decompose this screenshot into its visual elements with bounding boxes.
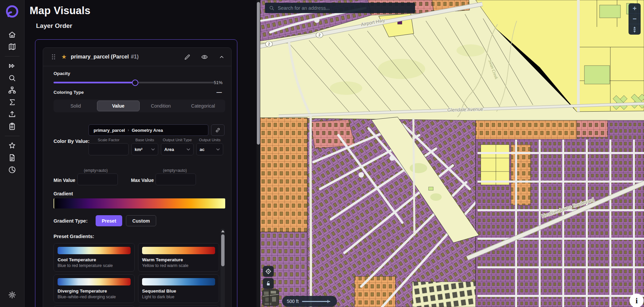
map-canvas[interactable]: 2 2 Airport Hwy Glendale Avenue Heatherd… (260, 0, 644, 307)
scale-factor-label: Scale Factor (98, 138, 120, 142)
coloring-type-label: Coloring Type (54, 90, 84, 95)
coloring-collapse-minus[interactable]: — (216, 91, 222, 94)
output-unit-type-select[interactable]: Area (161, 143, 194, 155)
rail-divider (5, 56, 20, 56)
map-zoom-controls: + − (629, 3, 641, 35)
layer-title: primary_parcel (Parcel#1) (71, 54, 139, 60)
sidebar-item-documents[interactable] (5, 152, 20, 164)
panel-scrollbar-thumb[interactable] (257, 2, 260, 145)
southeast-subdivision (476, 120, 644, 307)
preset-gradient-swatch (58, 278, 131, 285)
search-icon (8, 74, 16, 82)
map-visuals-panel: Map Visuals Layer Order ★ primary_parcel… (25, 0, 257, 307)
locate-button[interactable] (263, 266, 274, 277)
tab-solid[interactable]: Solid (55, 101, 97, 111)
base-units-select[interactable]: km² (131, 143, 158, 155)
sidebar-item-search[interactable] (5, 72, 20, 84)
attribution-info-button[interactable]: i (630, 294, 644, 307)
tab-value[interactable]: Value (97, 101, 140, 111)
chevron-down-icon (187, 148, 190, 151)
opacity-label: Opacity (54, 71, 225, 76)
layer-header[interactable]: ★ primary_parcel (Parcel#1) (43, 48, 231, 66)
sidebar-item-forms[interactable] (5, 120, 20, 132)
sidebar-item-upload[interactable] (5, 108, 20, 120)
home-icon (8, 30, 16, 39)
clipboard-icon (8, 122, 16, 131)
upload-icon (8, 110, 16, 119)
sidebar-item-analytics[interactable] (5, 164, 20, 176)
rail-divider (5, 136, 20, 136)
min-auto-hint: (empty=auto) (84, 168, 108, 173)
search-input[interactable] (278, 5, 411, 11)
pitch-toggle-button[interactable] (629, 24, 641, 35)
gradient-type-custom-button[interactable]: Custom (126, 215, 156, 226)
min-value-input[interactable] (78, 174, 117, 185)
favorite-star-icon[interactable]: ★ (61, 53, 67, 61)
link-icon (215, 127, 221, 133)
preset-list-scrollbar[interactable] (221, 229, 225, 307)
chevron-down-icon (216, 148, 220, 151)
sidebar-item-aggregate[interactable] (5, 96, 20, 108)
sidebar-item-maps[interactable] (5, 41, 20, 53)
opacity-slider[interactable] (54, 82, 214, 83)
tab-condition[interactable]: Condition (140, 101, 182, 111)
sidebar-rail (0, 0, 25, 307)
visibility-eye-icon[interactable] (201, 53, 208, 61)
scale-label: 500 ft (287, 299, 299, 304)
gradient-type-preset-button[interactable]: Preset (96, 215, 122, 226)
preset-gradient-swatch (142, 278, 215, 285)
scroll-up-arrow[interactable] (221, 230, 225, 232)
gradient-type-label: Gradient Type: (54, 218, 88, 224)
tab-categorical[interactable]: Categorical (182, 101, 225, 111)
preset-sequential-green[interactable]: Sequential Green (54, 306, 135, 307)
sidebar-item-settings[interactable] (5, 289, 20, 301)
opacity-slider-thumb[interactable] (132, 79, 138, 86)
output-units-select[interactable]: ac (196, 143, 223, 155)
address-search-bar (265, 3, 415, 13)
scale-line (302, 301, 330, 302)
document-icon (8, 153, 16, 162)
gear-icon (8, 291, 16, 299)
output-unit-type-label: Output Unit Type (163, 138, 192, 142)
sidebar-item-hierarchy[interactable] (5, 84, 20, 96)
sidebar-item-forward[interactable] (5, 60, 20, 72)
preset-diverging-temperature[interactable]: Diverging Temperature Blue–white–red div… (54, 274, 135, 303)
preset-sequential-blue[interactable]: Sequential Blue Light to dark blue (138, 274, 219, 303)
scale-factor-input[interactable] (92, 147, 125, 152)
preset-gradient-swatch (142, 247, 215, 254)
basemap-switcher[interactable] (262, 289, 279, 306)
preset-sequential-red[interactable]: Sequential Red (138, 306, 219, 307)
value-field-breadcrumb[interactable]: primary_parcel › Geometry Area (89, 124, 208, 136)
panel-scrollbar[interactable] (257, 0, 260, 307)
pie-chart-icon (8, 165, 16, 174)
preset-gradient-grid: Cool Temperature Blue to red temperature… (54, 243, 219, 307)
gradient-preview-bar[interactable] (54, 198, 225, 208)
pitch-arrows-icon (632, 26, 637, 33)
max-auto-hint: (empty=auto) (163, 168, 187, 173)
svg-text:2: 2 (318, 33, 320, 37)
drag-handle-icon[interactable] (50, 53, 57, 60)
page-title: Map Visuals (30, 5, 91, 17)
sidebar-item-home[interactable] (5, 29, 20, 41)
satellite-thumbnail (263, 290, 279, 306)
gray-house-rows (412, 282, 476, 307)
preset-warm-temperature[interactable]: Warm Temperature Yellow to red warm scal… (138, 243, 219, 272)
collapse-chevron-up-icon[interactable] (218, 53, 225, 61)
edit-pencil-icon[interactable] (184, 53, 191, 61)
search-icon (269, 5, 274, 11)
street-label-glendale: Glendale Avenue (447, 106, 483, 113)
max-value-input[interactable] (156, 174, 196, 185)
preset-cool-temperature[interactable]: Cool Temperature Blue to red temperature… (54, 243, 135, 272)
output-units-label: Output Units (199, 138, 221, 142)
zoom-in-button[interactable]: + (629, 3, 641, 14)
app-logo[interactable] (4, 4, 20, 20)
lock-button[interactable] (263, 278, 274, 289)
scrollbar-thumb[interactable] (221, 234, 225, 266)
unlock-icon (265, 280, 271, 286)
zoom-out-button[interactable]: − (629, 14, 641, 24)
map-scale-bar: 500 ft (282, 296, 337, 307)
coloring-type-tabs: Solid Value Condition Categorical (54, 100, 225, 112)
sidebar-item-favorites[interactable] (5, 140, 20, 152)
link-field-button[interactable] (211, 124, 225, 136)
hierarchy-icon (8, 86, 16, 94)
